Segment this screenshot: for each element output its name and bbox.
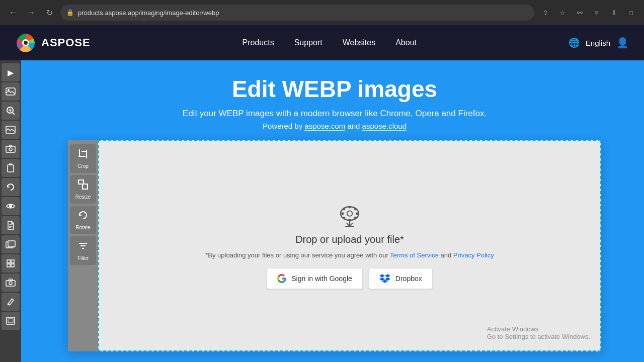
svg-line-6 [13,113,15,115]
hero-section: Edit WEBP images Edit your WEBP images w… [183,75,487,140]
aspose-logo-icon [15,32,36,53]
page-subtitle: Edit your WEBP images with a modern brow… [183,109,487,119]
svg-rect-25 [7,317,15,324]
activate-windows-line2: Go to Settings to activate Windows. [487,333,590,340]
lock-icon: 🔒 [66,9,74,16]
filter-tool-btn[interactable]: Filter [70,236,96,265]
terms-prefix: *By uploading your files or using our se… [205,251,390,259]
powered-by: Powered by aspose.com and aspose.cloud [183,122,487,130]
frame-btn[interactable] [2,312,20,330]
fullscreen-button[interactable]: □ [624,6,638,20]
page-title: Edit WEBP images [183,75,487,103]
svg-point-24 [9,282,12,285]
left-sidebar-toolbar: ▶ [0,60,21,362]
terms-and: and [439,251,453,259]
pen-btn[interactable] [2,293,20,311]
browser-actions: ⇪ ☆ ⚯ ≡ ⇩ □ [538,6,638,20]
expand-panel-btn[interactable]: ▶ [2,63,20,81]
svg-rect-21 [7,264,10,267]
svg-rect-40 [341,212,344,215]
rotate-tool-label: Rotate [75,225,90,230]
crop-icon [77,148,89,162]
dropbox-icon [379,274,390,284]
nav-right: 🌐 English 👤 [569,37,629,49]
nav-about[interactable]: About [395,38,417,47]
rotate-icon [77,210,89,223]
browser-chrome: ← → ↻ 🔒 products.aspose.app/imaging/imag… [0,0,644,25]
tool-panel: Crop Resize Rotate Filter [68,140,98,351]
menu-button[interactable]: ≡ [590,6,604,20]
drop-text: Drop or upload your file* [295,234,404,245]
google-signin-button[interactable]: Sign in with Google [267,268,363,289]
nav-websites[interactable]: Websites [343,38,376,47]
grid-btn[interactable] [2,254,20,273]
svg-rect-32 [83,184,88,189]
powered-and: and [345,122,362,130]
svg-rect-41 [356,212,358,215]
star-button[interactable]: ☆ [555,6,570,20]
nav-links: Products Support Websites About [242,38,417,47]
upload-buttons: Sign in with Google Dropbox [267,268,433,289]
address-bar[interactable]: 🔒 products.aspose.app/imaging/image-edit… [60,5,534,21]
terms-of-service-link[interactable]: Terms of Service [390,251,439,259]
nav-support[interactable]: Support [294,38,323,47]
url-text: products.aspose.app/imaging/image-editor… [78,9,219,17]
svg-rect-18 [8,241,15,247]
language-selector[interactable]: English [586,39,610,47]
user-icon[interactable]: 👤 [616,37,629,49]
document-btn[interactable] [2,216,20,234]
upload-area: Drop or upload your file* *By uploading … [205,203,494,289]
reload-button[interactable]: ↻ [42,6,56,20]
crop-tool-label: Crop [77,163,89,169]
powered-prefix: Powered by [263,122,304,130]
svg-rect-26 [8,319,13,323]
globe-icon: 🌐 [569,37,580,48]
share-button[interactable]: ⇪ [538,6,552,20]
clipboard-btn[interactable] [2,159,20,177]
filter-tool-label: Filter [77,255,89,261]
aspose-cloud-link[interactable]: aspose.cloud [362,122,407,131]
privacy-policy-link[interactable]: Privacy Policy [453,251,494,259]
photo-btn[interactable] [2,140,20,158]
filter-icon [77,240,89,254]
activate-windows-watermark: Activate Windows Go to Settings to activ… [487,325,590,340]
download-button[interactable]: ⇩ [607,6,621,20]
forward-button[interactable]: → [24,6,38,20]
svg-rect-19 [7,260,10,263]
svg-rect-12 [8,165,14,172]
preview-btn[interactable] [2,197,20,215]
resize-icon [77,179,89,193]
resize-tool-btn[interactable]: Resize [70,175,96,204]
resize-tool-label: Resize [75,194,91,200]
svg-rect-10 [6,146,15,152]
back-button[interactable]: ← [6,6,20,20]
extensions-button[interactable]: ⚯ [573,6,587,20]
aspose-com-link[interactable]: aspose.com [304,122,345,131]
landscape-btn[interactable] [2,121,20,139]
logo-text: ASPOSE [41,36,91,49]
canvas-drop-area[interactable]: Drop or upload your file* *By uploading … [98,140,601,351]
gallery-btn[interactable] [2,235,20,253]
svg-rect-31 [78,180,84,184]
undo-btn[interactable] [2,178,20,196]
terms-text: *By uploading your files or using our se… [205,251,494,259]
zoom-btn[interactable] [2,102,20,120]
editor-container: Crop Resize Rotate Filter [68,140,601,351]
svg-point-11 [9,148,12,151]
main-content: ▶ [0,60,644,362]
nav-products[interactable]: Products [242,38,274,47]
camera-btn[interactable] [2,274,20,292]
dropbox-button[interactable]: Dropbox [369,268,433,289]
activate-windows-line1: Activate Windows [487,325,590,333]
svg-rect-38 [349,206,351,209]
logo[interactable]: ASPOSE [15,32,91,53]
google-icon [277,274,286,283]
dropbox-label: Dropbox [395,275,422,283]
rotate-tool-btn[interactable]: Rotate [70,206,96,234]
image-btn[interactable] [2,82,20,101]
navigation-bar: ASPOSE Products Support Websites About 🌐… [0,25,644,60]
google-signin-label: Sign in with Google [291,275,352,283]
svg-point-13 [9,205,12,208]
crop-tool-btn[interactable]: Crop [70,144,96,173]
svg-point-2 [24,41,28,45]
